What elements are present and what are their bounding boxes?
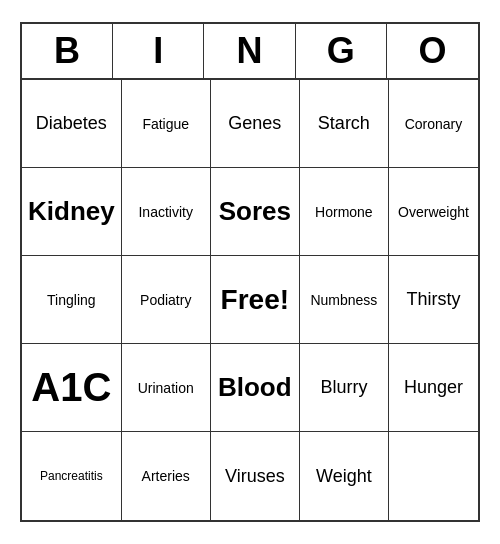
header-letter: B	[22, 24, 113, 78]
header-letter: G	[296, 24, 387, 78]
bingo-cell[interactable]: Fatigue	[122, 80, 211, 168]
bingo-cell[interactable]: Hunger	[389, 344, 478, 432]
bingo-card: BINGO DiabetesFatigueGenesStarchCoronary…	[20, 22, 480, 522]
bingo-cell[interactable]: Podiatry	[122, 256, 211, 344]
bingo-cell[interactable]: Weight	[300, 432, 389, 520]
bingo-cell[interactable]: Kidney	[22, 168, 122, 256]
bingo-cell[interactable]: Diabetes	[22, 80, 122, 168]
bingo-cell[interactable]: Numbness	[300, 256, 389, 344]
bingo-cell[interactable]: Tingling	[22, 256, 122, 344]
bingo-cell[interactable]: Inactivity	[122, 168, 211, 256]
bingo-cell[interactable]	[389, 432, 478, 520]
bingo-cell[interactable]: Genes	[211, 80, 300, 168]
bingo-cell[interactable]: Viruses	[211, 432, 300, 520]
bingo-cell[interactable]: Starch	[300, 80, 389, 168]
bingo-cell[interactable]: Hormone	[300, 168, 389, 256]
bingo-header: BINGO	[22, 24, 478, 80]
bingo-cell[interactable]: Urination	[122, 344, 211, 432]
bingo-cell[interactable]: Thirsty	[389, 256, 478, 344]
header-letter: N	[204, 24, 295, 78]
bingo-cell[interactable]: Free!	[211, 256, 300, 344]
header-letter: O	[387, 24, 478, 78]
bingo-cell[interactable]: Blurry	[300, 344, 389, 432]
bingo-cell[interactable]: Arteries	[122, 432, 211, 520]
bingo-cell[interactable]: Sores	[211, 168, 300, 256]
bingo-grid: DiabetesFatigueGenesStarchCoronaryKidney…	[22, 80, 478, 520]
bingo-cell[interactable]: A1C	[22, 344, 122, 432]
bingo-cell[interactable]: Overweight	[389, 168, 478, 256]
bingo-cell[interactable]: Blood	[211, 344, 300, 432]
bingo-cell[interactable]: Coronary	[389, 80, 478, 168]
bingo-cell[interactable]: Pancreatitis	[22, 432, 122, 520]
header-letter: I	[113, 24, 204, 78]
